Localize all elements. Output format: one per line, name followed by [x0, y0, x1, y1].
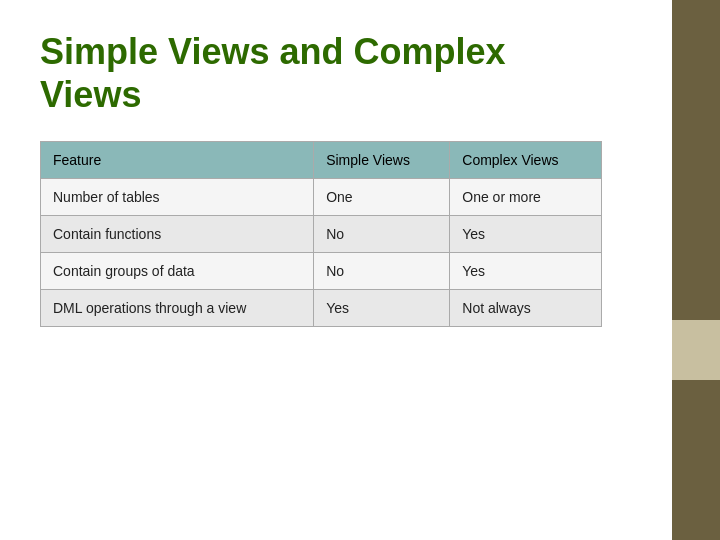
page-title: Simple Views and Complex Views	[40, 30, 602, 116]
comparison-table: Feature Simple Views Complex Views Numbe…	[40, 141, 602, 327]
table-row: DML operations through a viewYesNot alwa…	[41, 290, 602, 327]
table-row: Number of tablesOneOne or more	[41, 179, 602, 216]
col-header-simple: Simple Views	[314, 142, 450, 179]
table-cell-1-0: Contain functions	[41, 216, 314, 253]
table-cell-2-0: Contain groups of data	[41, 253, 314, 290]
col-header-feature: Feature	[41, 142, 314, 179]
table-cell-0-1: One	[314, 179, 450, 216]
table-cell-3-1: Yes	[314, 290, 450, 327]
sidebar-accent	[672, 320, 720, 380]
table-cell-3-2: Not always	[450, 290, 602, 327]
table-row: Contain functionsNoYes	[41, 216, 602, 253]
col-header-complex: Complex Views	[450, 142, 602, 179]
table-header-row: Feature Simple Views Complex Views	[41, 142, 602, 179]
table-cell-2-2: Yes	[450, 253, 602, 290]
sidebar-right	[672, 0, 720, 540]
table-cell-2-1: No	[314, 253, 450, 290]
table-cell-1-2: Yes	[450, 216, 602, 253]
table-row: Contain groups of dataNoYes	[41, 253, 602, 290]
table-cell-0-0: Number of tables	[41, 179, 314, 216]
table-cell-0-2: One or more	[450, 179, 602, 216]
main-content: Simple Views and Complex Views Feature S…	[0, 0, 672, 357]
table-cell-1-1: No	[314, 216, 450, 253]
table-cell-3-0: DML operations through a view	[41, 290, 314, 327]
